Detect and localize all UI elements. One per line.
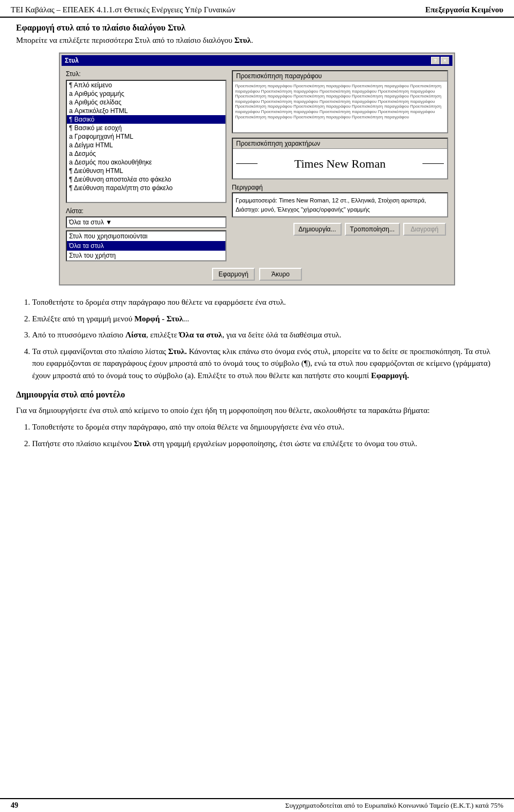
list-item-desmos[interactable]: a Δεσμός xyxy=(67,149,225,158)
section-title: Εφαρμογή στυλ από το πλαίσιο διαλόγου Στ… xyxy=(16,23,498,33)
header-subtitle: Επεξεργασία Κειμένου xyxy=(425,5,503,14)
char-line-left xyxy=(236,163,258,164)
preview-para-content: Προεπισκόπηση παραγράφου Προεπισκόπηση π… xyxy=(233,81,447,132)
list-item-vasiko-esochi[interactable]: ¶ Βασικό με εσοχή xyxy=(67,124,225,132)
close-button[interactable]: × xyxy=(441,57,449,64)
list-item-dieuthinsi-paralipti[interactable]: ¶ Διεύθυνση παραλήπτη στο φάκελο xyxy=(67,184,225,192)
list-item-dieuthinsi[interactable]: ¶ Διεύθυνση HTML xyxy=(67,167,225,175)
list-item-arktikolexico[interactable]: a Αρκτικόλεξο HTML xyxy=(67,107,225,115)
lista-item-used[interactable]: Στυλ που χρησιμοποιούνται xyxy=(67,231,225,241)
help-button[interactable]: ? xyxy=(431,57,440,64)
preview-char-content: Times New Roman xyxy=(233,149,447,178)
lista-list[interactable]: Στυλ που χρησιμοποιούνται Όλα τα στυλ Στ… xyxy=(66,230,226,261)
substep-1: Τοποθετήστε το δρομέα στην παράγραφο, απ… xyxy=(32,421,498,433)
dialog-title: Στυλ xyxy=(65,57,79,64)
left-panel: Στυλ: ¶ Απλό κείμενο a Αριθμός γραμμής a… xyxy=(66,70,226,261)
step-1-text: Τοποθετήστε το δρομέα στην παράγραφο που… xyxy=(32,298,286,306)
dialog-buttons-row: Δημιουργία... Τροποποίηση... Διαγραφή xyxy=(232,223,448,236)
header-title: ΤΕΙ Καβάλας – ΕΠΕΑΕΚ 4.1.1.στ Θετικές Εν… xyxy=(11,5,236,14)
dialog-bottom-buttons: Εφαρμογή Άκυρο xyxy=(62,266,452,283)
preview-char-section: Προεπισκόπηση χαρακτήρων Times New Roman xyxy=(232,138,448,179)
step-4: Τα στυλ εμφανίζονται στο πλαίσιο λίστας … xyxy=(32,345,498,382)
apply-button[interactable]: Εφαρμογή xyxy=(212,268,255,281)
footer-page-number: 49 xyxy=(11,801,18,810)
step-4-text: Τα στυλ εμφανίζονται στο πλαίσιο λίστας … xyxy=(32,347,490,380)
steps-list: Τοποθετήστε το δρομέα στην παράγραφο που… xyxy=(32,296,498,381)
subsection-steps-list: Τοποθετήστε το δρομέα στην παράγραφο, απ… xyxy=(32,421,498,449)
char-line-right xyxy=(422,163,444,164)
styles-listbox[interactable]: ¶ Απλό κείμενο a Αριθμός γραμμής a Αριθμ… xyxy=(66,80,226,203)
main-content: Εφαρμογή στυλ από το πλαίσιο διαλόγου Στ… xyxy=(0,23,514,449)
list-item-arithmosgramm[interactable]: a Αριθμός γραμμής xyxy=(67,89,225,98)
page-footer: 49 Συγχρηματοδοτείται από το Ευρωπαϊκό Κ… xyxy=(0,798,514,812)
lista-dropdown[interactable]: Όλα τα στυλ ▼ xyxy=(66,216,226,228)
list-item-deigma[interactable]: a Δείγμα HTML xyxy=(67,141,225,149)
preview-para-section: Προεπισκόπηση παραγράφου Προεπισκόπηση π… xyxy=(232,70,448,133)
substep-2-text: Πατήστε στο πλαίσιο κειμένου Στυλ στη γρ… xyxy=(32,439,417,448)
subsection-intro: Για να δημιουργήσετε ένα στυλ από κείμεν… xyxy=(16,404,498,417)
step-2-text: Επιλέξτε από τη γραμμή μενού Μορφή - Στυ… xyxy=(32,314,189,323)
substep-1-text: Τοποθετήστε το δρομέα στην παράγραφο, απ… xyxy=(32,423,344,431)
list-item-arithmosselidas[interactable]: a Αριθμός σελίδας xyxy=(67,98,225,107)
right-panel: Προεπισκόπηση παραγράφου Προεπισκόπηση π… xyxy=(232,70,448,261)
styles-label: Στυλ: xyxy=(66,70,226,78)
list-item-vasiko[interactable]: ¶ Βασικό xyxy=(67,115,225,124)
create-button[interactable]: Δημιουργία... xyxy=(293,223,342,236)
char-preview-line: Times New Roman xyxy=(236,157,444,171)
style-dialog: Στυλ ? × Στυλ: ¶ Απλό κείμενο a Αριθμός … xyxy=(59,52,455,285)
step-3: Από το πτυσσόμενο πλαίσιο Λίστα, επιλέξτ… xyxy=(32,329,498,341)
modify-button[interactable]: Τροποποίηση... xyxy=(345,223,400,236)
preview-para-label: Προεπισκόπηση παραγράφου xyxy=(233,71,447,81)
lista-label: Λίστα: xyxy=(66,207,226,215)
step-1: Τοποθετήστε το δρομέα στην παράγραφο που… xyxy=(32,296,498,309)
lista-item-all[interactable]: Όλα τα στυλ xyxy=(67,241,225,251)
cancel-button[interactable]: Άκυρο xyxy=(259,268,302,281)
list-item-grafomichanh[interactable]: a Γραφομηχανή HTML xyxy=(67,132,225,141)
step-3-text: Από το πτυσσόμενο πλαίσιο Λίστα, επιλέξτ… xyxy=(32,330,342,339)
lista-item-user[interactable]: Στυλ του χρήστη xyxy=(67,251,225,260)
page-header: ΤΕΙ Καβάλας – ΕΠΕΑΕΚ 4.1.1.στ Θετικές Εν… xyxy=(0,0,514,18)
list-item-dieuthinsi-apost[interactable]: ¶ Διεύθυνση αποστολέα στο φάκελο xyxy=(67,175,225,184)
intro-text: Μπορείτε να επιλέξετε περισσότερα Στυλ α… xyxy=(16,36,498,45)
description-label: Περιγραφή xyxy=(232,184,448,191)
description-text: Γραμματοσειρά: Times New Roman, 12 στ., … xyxy=(236,197,426,213)
description-content: Γραμματοσειρά: Times New Roman, 12 στ., … xyxy=(232,192,448,217)
footer-text: Συγχρηματοδοτείται από το Ευρωπαϊκό Κοιν… xyxy=(285,801,503,810)
step-2: Επιλέξτε από τη γραμμή μενού Μορφή - Στυ… xyxy=(32,313,498,325)
list-item-desmos-akolouth[interactable]: a Δεσμός που ακολουθήθηκε xyxy=(67,158,225,167)
subsection-title: Δημιουργία στυλ από μοντέλο xyxy=(16,390,498,400)
preview-char-text: Times New Roman xyxy=(294,157,386,171)
dialog-titlebar: Στυλ ? × xyxy=(62,55,452,66)
delete-button[interactable]: Διαγραφή xyxy=(403,223,446,236)
dialog-body: Στυλ: ¶ Απλό κείμενο a Αριθμός γραμμής a… xyxy=(62,66,452,266)
preview-char-label: Προεπισκόπηση χαρακτήρων xyxy=(233,139,447,149)
list-item-aplokeim[interactable]: ¶ Απλό κείμενο xyxy=(67,81,225,89)
titlebar-buttons: ? × xyxy=(431,57,449,64)
substep-2: Πατήστε στο πλαίσιο κειμένου Στυλ στη γρ… xyxy=(32,438,498,450)
